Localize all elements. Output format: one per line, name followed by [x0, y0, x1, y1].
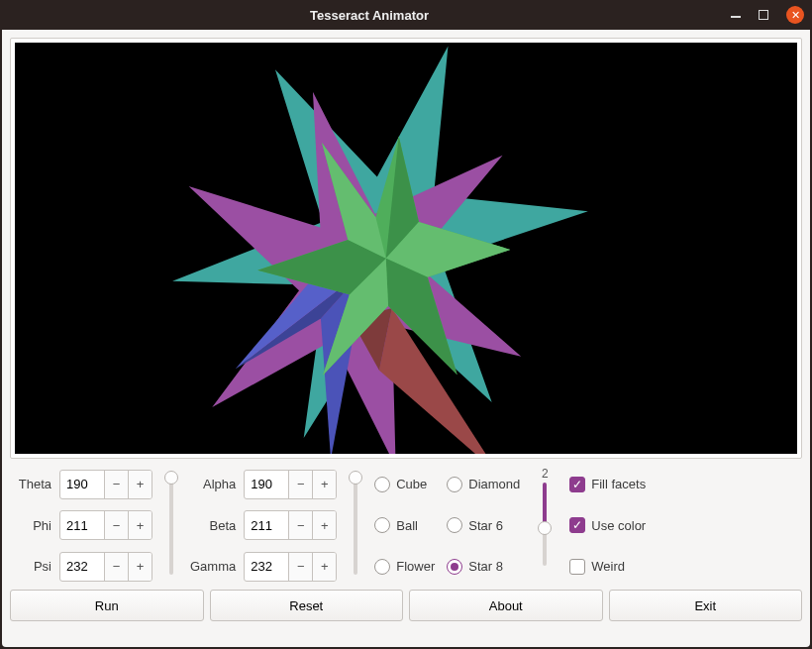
theta-input[interactable] — [60, 471, 104, 498]
radio-label: Star 6 — [468, 518, 503, 533]
radio-label: Ball — [396, 518, 418, 533]
gamma-input[interactable] — [245, 553, 288, 581]
phi-spinner[interactable]: − + — [59, 510, 152, 540]
canvas-frame — [10, 38, 802, 459]
run-button[interactable]: Run — [10, 590, 204, 621]
radio-star8[interactable]: Star 8 — [447, 559, 520, 575]
slider-3-wrap: 2 — [528, 467, 561, 584]
slider-3[interactable] — [534, 483, 556, 566]
close-icon[interactable]: ✕ — [786, 6, 804, 24]
slider-1[interactable] — [160, 467, 182, 584]
reset-button[interactable]: Reset — [210, 590, 404, 621]
alpha-input[interactable] — [245, 471, 288, 498]
radio-label: Cube — [396, 477, 427, 491]
star8-rendering — [15, 43, 797, 454]
psi-decrement[interactable]: − — [104, 553, 128, 581]
theta-label: Theta — [10, 477, 53, 491]
alpha-increment[interactable]: + — [312, 471, 336, 498]
beta-increment[interactable]: + — [312, 511, 336, 539]
client-area: Theta − + Phi − + Psi − + — [2, 30, 810, 647]
psi-input[interactable] — [60, 553, 104, 581]
maximize-icon[interactable] — [759, 10, 768, 20]
alpha-spinner[interactable]: − + — [244, 470, 337, 499]
check-use-color[interactable]: ✓Use color — [569, 517, 646, 533]
theta-decrement[interactable]: − — [104, 471, 128, 498]
alpha-label: Alpha — [190, 477, 238, 491]
titlebar: Tesseract Animator ✕ — [0, 0, 812, 30]
gamma-increment[interactable]: + — [312, 553, 336, 581]
radio-label: Diamond — [468, 477, 520, 491]
options-checks: ✓Fill facets ✓Use color Weird — [569, 467, 646, 584]
theta-spinner[interactable]: − + — [59, 470, 152, 499]
render-canvas[interactable] — [15, 43, 797, 454]
beta-label: Beta — [190, 518, 238, 533]
window-title: Tesseract Animator — [310, 8, 429, 23]
check-fill-facets[interactable]: ✓Fill facets — [569, 477, 646, 492]
psi-label: Psi — [10, 559, 53, 574]
check-label: Fill facets — [591, 477, 646, 491]
radio-diamond[interactable]: Diamond — [447, 477, 520, 492]
controls-row: Theta − + Phi − + Psi − + — [10, 467, 802, 584]
slider-3-value: 2 — [542, 467, 549, 481]
controls: Theta − + Phi − + Psi − + — [10, 467, 802, 639]
phi-input[interactable] — [60, 511, 104, 539]
radio-flower[interactable]: Flower — [374, 559, 435, 575]
shape-radios: Cube Diamond Ball Star 6 Flower Star 8 — [374, 467, 520, 584]
check-weird[interactable]: Weird — [569, 559, 646, 575]
gamma-label: Gamma — [190, 559, 238, 574]
check-label: Weird — [591, 559, 625, 574]
psi-increment[interactable]: + — [128, 553, 152, 581]
angle-column-1: Theta − + Phi − + Psi − + — [10, 467, 152, 584]
exit-button[interactable]: Exit — [609, 590, 803, 621]
window-controls: ✕ — [731, 6, 804, 24]
radio-star6[interactable]: Star 6 — [447, 517, 520, 533]
theta-increment[interactable]: + — [128, 471, 152, 498]
about-button[interactable]: About — [409, 590, 603, 621]
angle-column-2: Alpha − + Beta − + Gamma − + — [190, 467, 337, 584]
radio-label: Flower — [396, 559, 435, 574]
radio-label: Star 8 — [468, 559, 503, 574]
beta-input[interactable] — [245, 511, 288, 539]
slider-2[interactable] — [345, 467, 366, 584]
beta-spinner[interactable]: − + — [244, 510, 337, 540]
beta-decrement[interactable]: − — [288, 511, 312, 539]
minimize-icon[interactable] — [731, 10, 741, 20]
phi-increment[interactable]: + — [128, 511, 152, 539]
psi-spinner[interactable]: − + — [59, 552, 152, 582]
gamma-spinner[interactable]: − + — [244, 552, 337, 582]
phi-decrement[interactable]: − — [104, 511, 128, 539]
alpha-decrement[interactable]: − — [288, 471, 312, 498]
radio-cube[interactable]: Cube — [374, 477, 435, 492]
action-buttons: Run Reset About Exit — [10, 590, 802, 621]
check-label: Use color — [591, 518, 646, 533]
gamma-decrement[interactable]: − — [288, 553, 312, 581]
radio-ball[interactable]: Ball — [374, 517, 435, 533]
phi-label: Phi — [10, 518, 53, 533]
